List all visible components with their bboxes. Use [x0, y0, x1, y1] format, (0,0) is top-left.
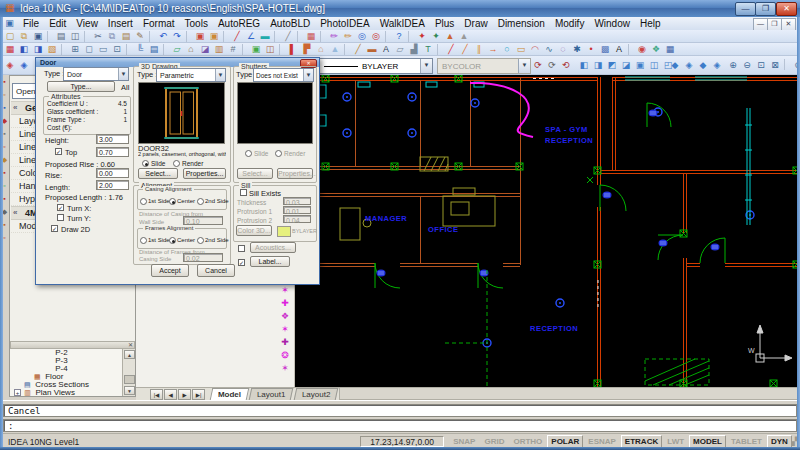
properties-button[interactable]: Properties...: [183, 168, 226, 179]
tool-icon[interactable]: ▲: [457, 30, 471, 42]
tool-icon[interactable]: ❖: [278, 310, 292, 323]
menu-item[interactable]: Tools: [180, 17, 213, 30]
tool-icon[interactable]: [385, 31, 390, 42]
tool-icon[interactable]: [223, 31, 228, 42]
zoom-icon[interactable]: ⊠: [768, 59, 782, 71]
scroll-up-icon[interactable]: ▲: [124, 350, 135, 359]
minimize-button[interactable]: —: [735, 2, 756, 16]
tool-icon[interactable]: [297, 31, 302, 42]
orbit-icon[interactable]: ⟳: [545, 59, 559, 71]
tool-icon[interactable]: [186, 31, 191, 42]
tool-icon[interactable]: ✦: [415, 30, 429, 42]
tool-icon[interactable]: ⧉: [105, 30, 119, 42]
tool-icon[interactable]: ◨: [31, 43, 45, 55]
tool-icon[interactable]: ❂: [278, 349, 292, 362]
label-button[interactable]: Label...: [250, 256, 290, 267]
sill-exists-checkbox[interactable]: [240, 189, 247, 196]
status-toggle[interactable]: TABLET: [727, 435, 766, 448]
tool-icon[interactable]: ✦: [429, 30, 443, 42]
tool-icon[interactable]: ▦: [3, 43, 17, 55]
tool-icon[interactable]: ⌂: [184, 43, 198, 55]
frames-center-radio[interactable]: [169, 237, 176, 244]
tab-nav-button[interactable]: ▶|: [192, 389, 205, 400]
tab-nav-button[interactable]: |◀: [150, 389, 163, 400]
tool-icon[interactable]: A: [612, 43, 626, 55]
chevron-down-icon[interactable]: ▼: [303, 69, 313, 81]
tool-icon[interactable]: ❖: [649, 43, 663, 55]
close-icon[interactable]: ✕: [128, 342, 133, 349]
tool-icon[interactable]: ✏: [327, 30, 341, 42]
tool-icon[interactable]: ▱: [393, 43, 407, 55]
panel-splitter[interactable]: ✕: [10, 341, 135, 349]
type-button[interactable]: Type...: [47, 81, 115, 92]
acoustics-checkbox[interactable]: [238, 245, 245, 252]
tool-icon[interactable]: [242, 44, 247, 55]
tool-icon[interactable]: ◠: [528, 43, 542, 55]
status-toggle[interactable]: POLAR: [547, 435, 583, 448]
tool-icon[interactable]: [163, 44, 168, 55]
tool-icon[interactable]: ▩: [598, 43, 612, 55]
menu-item[interactable]: Format: [138, 17, 180, 30]
casing-2nd-side-radio[interactable]: [197, 198, 204, 205]
tool-icon[interactable]: ◉: [635, 43, 649, 55]
tool-icon[interactable]: ▱: [170, 43, 184, 55]
tool-icon[interactable]: [628, 44, 633, 55]
tool-icon[interactable]: ▬: [258, 30, 272, 42]
menu-item[interactable]: AutoBLD: [265, 17, 315, 30]
scroll-down-icon[interactable]: ▼: [124, 386, 135, 395]
tool-icon[interactable]: ▤: [119, 30, 133, 42]
tool-icon[interactable]: ✚: [278, 336, 292, 349]
tool-icon[interactable]: [320, 31, 325, 42]
tool-icon[interactable]: T: [421, 43, 435, 55]
tool-icon[interactable]: ✂: [91, 30, 105, 42]
cancel-button[interactable]: Cancel: [197, 264, 235, 277]
tool-icon[interactable]: ▦: [663, 43, 677, 55]
tool-icon[interactable]: ✏: [341, 30, 355, 42]
tool-icon[interactable]: ╱: [281, 30, 295, 42]
accept-button[interactable]: Accept: [151, 264, 189, 277]
command-input[interactable]: :: [3, 419, 797, 432]
orbit-icon[interactable]: ⟲: [559, 59, 573, 71]
tool-icon[interactable]: ◻: [82, 43, 96, 55]
tool-icon[interactable]: A: [379, 43, 393, 55]
menu-item[interactable]: Draw: [459, 17, 492, 30]
tool-icon[interactable]: ✶: [278, 362, 292, 375]
menu-item[interactable]: File: [18, 17, 44, 30]
tool-icon[interactable]: ╚: [133, 43, 147, 55]
rise-field[interactable]: 0.00: [96, 168, 129, 178]
maximize-button[interactable]: ❐: [755, 2, 776, 16]
tool-icon[interactable]: ▌: [286, 43, 300, 55]
tool-icon[interactable]: ∥: [472, 43, 486, 55]
tool-icon[interactable]: [47, 31, 52, 42]
tool-icon[interactable]: ◈: [3, 59, 17, 71]
menu-item[interactable]: WalkIDEA: [375, 17, 430, 30]
top-checkbox[interactable]: ✓: [55, 148, 62, 155]
horizontal-scrollbar[interactable]: [339, 387, 798, 400]
tool-icon[interactable]: ▣: [207, 30, 221, 42]
view-cube-icon[interactable]: ◫: [647, 59, 661, 71]
top-field[interactable]: 0.70: [96, 147, 129, 157]
tool-icon[interactable]: ▧: [45, 43, 59, 55]
tool-icon[interactable]: ▦: [304, 30, 318, 42]
zoom-icon[interactable]: ⊕: [726, 59, 740, 71]
view-cube-icon[interactable]: ▣: [633, 59, 647, 71]
status-toggle[interactable]: SNAP: [449, 435, 479, 448]
tool-icon[interactable]: ◫: [68, 30, 82, 42]
tool-icon[interactable]: ✱: [570, 43, 584, 55]
status-toggle[interactable]: DYN: [767, 435, 792, 448]
tool-icon[interactable]: ◎: [355, 30, 369, 42]
tool-icon[interactable]: ▣: [31, 30, 45, 42]
status-toggle[interactable]: ETRACK: [621, 435, 662, 448]
tool-icon[interactable]: [126, 44, 131, 55]
tool-icon[interactable]: ⌂: [314, 43, 328, 55]
menu-item[interactable]: Dimension: [493, 17, 550, 30]
tool-icon[interactable]: ◌: [556, 43, 570, 55]
tool-icon[interactable]: ⊞: [68, 43, 82, 55]
tool-icon[interactable]: ▬: [365, 43, 379, 55]
tool-icon[interactable]: ○: [500, 43, 514, 55]
tool-icon[interactable]: [61, 44, 66, 55]
select-button[interactable]: Select...: [138, 168, 178, 179]
tool-icon[interactable]: ▛: [300, 43, 314, 55]
tool-icon[interactable]: [279, 44, 284, 55]
view-cube-icon[interactable]: ◩: [605, 59, 619, 71]
